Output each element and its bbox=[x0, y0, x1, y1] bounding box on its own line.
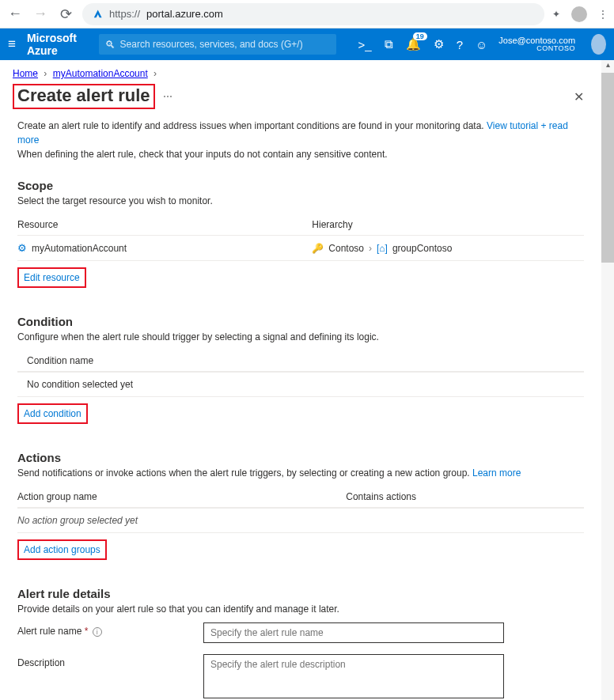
user-account[interactable]: Jose@contoso.com CONTOSO bbox=[498, 36, 575, 53]
description-label: Description bbox=[17, 654, 203, 668]
user-avatar-icon[interactable] bbox=[591, 34, 606, 55]
directory-icon[interactable]: ⧉ bbox=[385, 37, 393, 51]
scroll-up-arrow-icon[interactable]: ▴ bbox=[601, 60, 614, 73]
description-textarea[interactable] bbox=[203, 654, 504, 698]
breadcrumb: Home › myAutomationAccount › bbox=[0, 60, 601, 84]
actions-heading: Actions bbox=[17, 451, 584, 464]
vertical-scrollbar[interactable]: ▴ bbox=[601, 60, 614, 700]
actions-col-contains: Contains actions bbox=[346, 491, 584, 502]
scope-hierarchy-root: Contoso bbox=[328, 243, 364, 254]
scope-hierarchy-group: groupContoso bbox=[392, 243, 452, 254]
brand-label: Microsoft Azure bbox=[27, 32, 88, 57]
address-bar[interactable]: https://portal.azure.com bbox=[82, 3, 544, 25]
notification-badge: 19 bbox=[413, 32, 427, 40]
scrollbar-thumb[interactable] bbox=[601, 73, 614, 263]
scope-resource-row: ⚙ myAutomationAccount 🔑 Contoso › [⌂] gr… bbox=[17, 235, 584, 261]
condition-empty-row: No condition selected yet bbox=[17, 372, 584, 397]
condition-heading: Condition bbox=[17, 315, 584, 328]
reload-icon[interactable]: ⟳ bbox=[57, 6, 74, 23]
browser-toolbar: ← → ⟳ https://portal.azure.com ✦ ⋮ bbox=[0, 0, 614, 28]
close-icon[interactable]: ✕ bbox=[574, 89, 589, 104]
global-search[interactable]: 🔍︎ Search resources, services, and docs … bbox=[99, 34, 336, 55]
actions-learn-more-link[interactable]: Learn more bbox=[472, 467, 521, 479]
add-condition-link[interactable]: Add condition bbox=[17, 403, 88, 424]
info-icon[interactable]: i bbox=[93, 627, 102, 637]
more-actions-icon[interactable]: ⋯ bbox=[163, 91, 172, 102]
feedback-icon[interactable]: ☺ bbox=[476, 38, 487, 51]
alert-rule-name-input[interactable] bbox=[203, 622, 504, 643]
page-title: Create alert rule bbox=[13, 84, 155, 109]
condition-col-name: Condition name bbox=[17, 355, 312, 366]
scope-description: Select the target resource you wish to m… bbox=[17, 195, 584, 206]
details-section: Alert rule details Provide details on yo… bbox=[17, 587, 584, 700]
settings-icon[interactable]: ⚙ bbox=[434, 37, 444, 51]
actions-description: Send notifications or invoke actions whe… bbox=[17, 467, 584, 479]
alert-rule-name-label: Alert rule name * i bbox=[17, 622, 203, 637]
url-scheme: https:// bbox=[109, 8, 140, 20]
condition-section: Condition Configure when the alert rule … bbox=[17, 315, 584, 424]
intro-text: Create an alert rule to identify and add… bbox=[17, 119, 584, 161]
actions-empty-row: No action group selected yet bbox=[17, 508, 584, 533]
condition-description: Configure when the alert rule should tri… bbox=[17, 331, 584, 342]
edit-resource-link[interactable]: Edit resource bbox=[17, 267, 86, 288]
details-heading: Alert rule details bbox=[17, 587, 584, 600]
breadcrumb-home[interactable]: Home bbox=[13, 68, 38, 79]
azure-logo-icon bbox=[92, 9, 103, 20]
notifications-icon[interactable]: 🔔19 bbox=[406, 37, 421, 51]
search-icon: 🔍︎ bbox=[105, 39, 116, 51]
help-icon[interactable]: ? bbox=[457, 38, 463, 51]
automation-account-icon: ⚙ bbox=[17, 242, 27, 254]
breadcrumb-account[interactable]: myAutomationAccount bbox=[53, 68, 148, 79]
azure-header: ≡ Microsoft Azure 🔍︎ Search resources, s… bbox=[0, 28, 614, 60]
scope-resource-name: myAutomationAccount bbox=[32, 243, 127, 254]
scope-section: Scope Select the target resource you wis… bbox=[17, 179, 584, 288]
back-icon[interactable]: ← bbox=[6, 6, 24, 22]
scope-heading: Scope bbox=[17, 179, 584, 192]
actions-section: Actions Send notifications or invoke act… bbox=[17, 451, 584, 560]
cloud-shell-icon[interactable]: >_ bbox=[358, 38, 372, 51]
add-action-groups-link[interactable]: Add action groups bbox=[17, 539, 107, 560]
key-icon: 🔑 bbox=[312, 243, 324, 254]
chevron-right-icon: › bbox=[154, 68, 157, 79]
details-description: Provide details on your alert rule so th… bbox=[17, 604, 584, 615]
profile-avatar-icon[interactable] bbox=[571, 6, 587, 22]
url-host: portal.azure.com bbox=[146, 8, 223, 20]
chevron-right-icon: › bbox=[369, 243, 372, 254]
search-placeholder: Search resources, services, and docs (G+… bbox=[120, 39, 303, 50]
forward-icon: → bbox=[32, 6, 49, 22]
user-tenant: CONTOSO bbox=[498, 45, 575, 53]
hamburger-icon[interactable]: ≡ bbox=[8, 36, 16, 52]
scope-col-resource: Resource bbox=[17, 219, 312, 230]
extensions-icon[interactable]: ✦ bbox=[552, 9, 560, 20]
actions-col-group: Action group name bbox=[17, 491, 346, 502]
browser-menu-icon[interactable]: ⋮ bbox=[598, 9, 608, 20]
chevron-right-icon: › bbox=[44, 68, 47, 79]
resource-group-icon: [⌂] bbox=[377, 243, 388, 254]
scope-col-hierarchy: Hierarchy bbox=[312, 219, 584, 230]
